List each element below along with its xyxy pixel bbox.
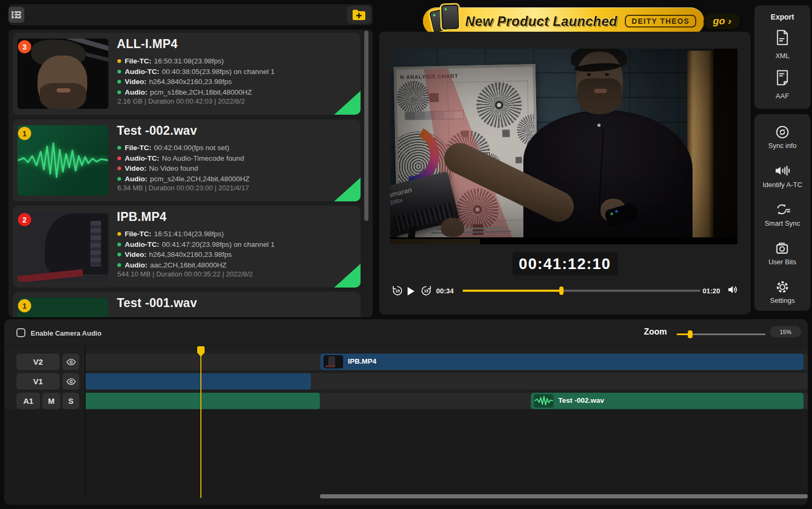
thumb-detail	[90, 221, 101, 266]
add-files-button[interactable]	[347, 6, 371, 24]
meta-label: File-TC:	[125, 144, 151, 152]
identify-atc-button[interactable]: Identify A-TC	[754, 181, 810, 189]
meta-value: aac,2CH,16bit,48000HZ	[150, 261, 227, 269]
zoom-slider-handle[interactable]	[688, 330, 693, 338]
file-card-ipb[interactable]: 2 IPB.MP4 File-TC:16:51:41:04(23.98fps) …	[13, 206, 361, 288]
xml-document-icon[interactable]	[775, 30, 790, 45]
export-aaf-button[interactable]: AAF	[754, 92, 810, 100]
meta-value: pcm_s16be,2CH,16bit,48000HZ	[150, 88, 252, 96]
thumb-detail	[40, 83, 86, 109]
timeline-clip-test-002[interactable]: Test -002.wav	[531, 393, 804, 409]
meta-label: Video:	[125, 164, 146, 172]
zoom-value-badge: 15%	[770, 326, 801, 337]
playhead[interactable]	[200, 346, 201, 498]
meta-label: Audio:	[125, 88, 147, 96]
meta-value: No Video found	[149, 164, 198, 172]
track-v2-visibility-button[interactable]	[62, 354, 79, 370]
user-bits-button[interactable]: User Bits	[754, 258, 810, 266]
status-dot	[117, 80, 121, 84]
tools-panel: Sync info Identify A-TC Smart Sync User …	[754, 114, 810, 311]
video-thumbnail	[17, 211, 108, 282]
enable-camera-audio-checkbox[interactable]	[16, 328, 25, 337]
meta-value: h264,3840x2160,23.98fps	[149, 78, 232, 86]
zoom-label: Zoom	[644, 327, 667, 337]
file-card-test-001[interactable]: 1 Test -001.wav	[13, 292, 361, 317]
meta-value: No Audio-Timecode found	[162, 154, 244, 162]
export-xml-button[interactable]: XML	[754, 52, 810, 60]
track-v1-visibility-button[interactable]	[62, 373, 79, 390]
timeline-clip-v1[interactable]	[86, 373, 311, 390]
meta-label: Audio-TC:	[125, 240, 159, 248]
timecode-value: 00:41:12:10	[519, 255, 611, 273]
meta-label: Video:	[125, 78, 146, 86]
track-a1-solo-button[interactable]: S	[62, 393, 79, 409]
timecode-display: 00:41:12:10	[512, 252, 618, 275]
status-dot	[117, 263, 121, 267]
file-card-test-002[interactable]: 1 Test -002.wav File-TC:00:42:04:00(fps …	[13, 119, 361, 201]
timeline-empty-area	[4, 410, 808, 505]
forward-15-button[interactable]: 15	[420, 285, 432, 297]
timeline-scrollbar[interactable]	[320, 494, 808, 498]
meta-label: Audio:	[125, 175, 147, 183]
identify-atc-icon[interactable]	[774, 164, 790, 178]
status-dot	[117, 243, 121, 246]
banner-go-button[interactable]: go ›	[704, 13, 740, 29]
meta-value: 00:40:38:05(23.98fps) on channel 1	[162, 68, 274, 76]
media-file-list[interactable]: 3 ALL-I.MP4 File-TC:16:50:31:08(23.98fps…	[8, 30, 373, 317]
enable-camera-audio-label: Enable Camera Audio	[31, 329, 102, 337]
settings-button[interactable]: Settings	[754, 297, 810, 304]
synced-corner-marker	[333, 177, 361, 201]
meta-label: Audio-TC:	[125, 68, 159, 76]
status-dot	[117, 146, 121, 150]
device-graphic	[441, 5, 459, 30]
status-dot	[117, 232, 121, 236]
status-dot	[117, 70, 121, 73]
timeline-clip-a1[interactable]	[86, 393, 320, 409]
zoom-slider[interactable]	[677, 334, 765, 335]
vignette	[390, 49, 737, 244]
clip-count-badge: 3	[18, 40, 31, 53]
status-dot	[117, 90, 121, 94]
led-dot	[445, 8, 447, 10]
meta-value: 16:51:41:04(23.98fps)	[154, 230, 224, 238]
aaf-document-icon[interactable]	[775, 70, 790, 86]
led-dot	[433, 14, 436, 17]
video-frame[interactable]: N ANALYSIS CHART	[390, 49, 737, 244]
track-button-v2[interactable]: V2	[16, 354, 60, 370]
playhead-handle[interactable]	[197, 346, 205, 354]
track-a1-mute-button[interactable]: M	[42, 393, 60, 409]
file-list-toolbar	[8, 4, 373, 25]
folder-plus-icon	[352, 9, 366, 21]
file-card-all-i[interactable]: 3 ALL-I.MP4 File-TC:16:50:31:08(23.98fps…	[13, 33, 361, 115]
clip-count-badge: 1	[18, 299, 31, 312]
status-dot	[117, 177, 121, 181]
smart-sync-button[interactable]: Smart Sync	[754, 219, 810, 227]
meta-label: File-TC:	[125, 230, 151, 238]
svg-text:15: 15	[395, 289, 400, 293]
smart-sync-icon[interactable]	[774, 202, 790, 216]
timeline-clip-ipb[interactable]: IPB.MP4	[320, 354, 804, 370]
play-button[interactable]	[408, 287, 414, 295]
clip-label: IPB.MP4	[348, 357, 376, 365]
file-info-line: 6.34 MB | Duration 00:00:23:00 | 2021/4/…	[117, 184, 249, 192]
sync-info-button[interactable]: Sync info	[754, 142, 810, 150]
track-button-v1[interactable]: V1	[16, 373, 60, 390]
meta-value: 00:42:04:00(fps not set)	[154, 144, 229, 152]
status-dot	[117, 166, 121, 170]
seek-bar[interactable]	[463, 290, 700, 292]
audio-thumbnail	[17, 298, 108, 317]
user-bits-icon[interactable]	[775, 241, 790, 255]
meta-label: File-TC:	[125, 57, 151, 65]
seek-handle[interactable]	[559, 286, 564, 295]
grid-view-button[interactable]	[8, 7, 24, 23]
eye-icon	[66, 358, 76, 366]
sync-info-icon[interactable]	[775, 125, 790, 140]
volume-button[interactable]	[727, 284, 739, 295]
rewind-15-button[interactable]: 15	[392, 285, 403, 297]
promo-banner[interactable]: New Product Launched DEITY THEOS go ›	[423, 7, 704, 35]
track-button-a1[interactable]: A1	[16, 393, 40, 409]
meta-value: 16:50:31:08(23.98fps)	[154, 57, 224, 65]
clip-label: Test -002.wav	[558, 396, 604, 404]
file-list-scrollbar[interactable]	[364, 31, 368, 221]
settings-gear-icon[interactable]	[775, 280, 790, 294]
